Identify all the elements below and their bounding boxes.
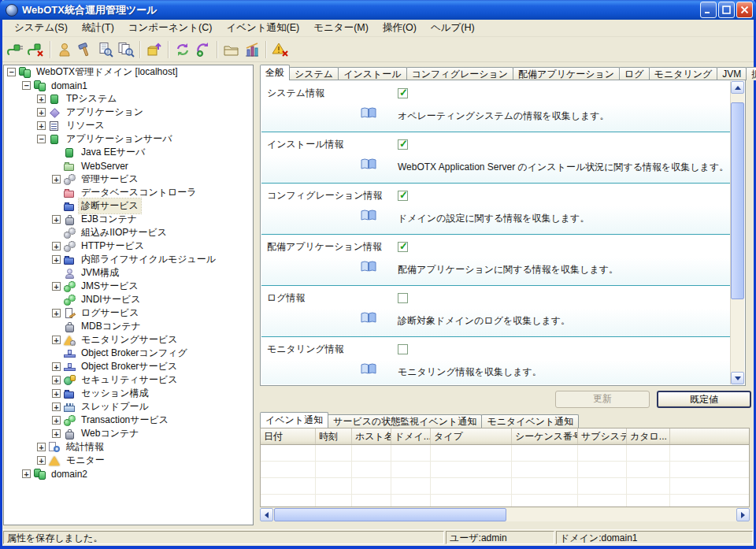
tree-item-transaction-service[interactable]: + Transactionサービス [4, 414, 253, 427]
tab-general[interactable]: 全般 [260, 65, 290, 80]
event-table-horizontal-scrollbar[interactable] [260, 508, 750, 521]
view-documents-button[interactable] [116, 39, 136, 60]
tab-install[interactable]: インストール [338, 67, 406, 80]
tree-item-statistics-info[interactable]: + 統計情報 [4, 440, 253, 454]
scroll-thumb[interactable] [274, 508, 506, 521]
tree-item-domain1[interactable]: − domain1 [4, 79, 253, 92]
table-row[interactable] [261, 495, 749, 507]
tree-toggle[interactable]: − [22, 81, 31, 90]
tree-item-jms-service[interactable]: + JMSサービス [4, 280, 253, 293]
maximize-button[interactable] [718, 2, 735, 18]
tree-toggle[interactable]: + [52, 362, 61, 371]
tree-item-domain2[interactable]: + domain2 [4, 467, 253, 480]
column-header-time[interactable]: 時刻 [316, 428, 352, 444]
tree-item-object-broker-config[interactable]: Object Brokerコンフィグ [4, 347, 253, 360]
tree-item-monitoring-service[interactable]: + モニタリングサービス [4, 333, 253, 347]
column-header-type[interactable]: タイプ [431, 428, 512, 444]
refresh-new-button[interactable] [193, 39, 213, 60]
scroll-thumb[interactable] [731, 102, 744, 299]
tree-item-jvm-config[interactable]: JVM構成 [4, 266, 253, 280]
column-header-subsystem[interactable]: サブシステ... [578, 428, 627, 444]
table-row[interactable] [261, 462, 749, 478]
clear-alert-button[interactable] [270, 39, 291, 60]
tree-toggle[interactable]: + [37, 108, 46, 117]
tree-item-resource[interactable]: + リソース [4, 119, 253, 132]
column-header-domain[interactable]: ドメイ... [391, 428, 431, 444]
close-button[interactable] [736, 2, 753, 18]
tree-item-session-config[interactable]: + セッション構成 [4, 387, 253, 400]
tree-item-diagnostic-service[interactable]: 診断サービス [4, 199, 253, 213]
scroll-down-button[interactable] [731, 372, 744, 384]
tab-configuration[interactable]: コンフィグレーション [406, 67, 514, 80]
tab-log[interactable]: ログ [619, 67, 650, 80]
connect-button[interactable] [6, 39, 26, 60]
tab-extension[interactable]: 拡張 [746, 67, 756, 80]
table-row[interactable] [261, 445, 749, 462]
tab-deployed-applications[interactable]: 配備アプリケーション [513, 67, 620, 80]
tree-item-object-broker-service[interactable]: + Object Brokerサービス [4, 360, 253, 373]
table-row[interactable] [261, 478, 749, 495]
deploy-package-button[interactable] [144, 39, 165, 60]
menu-item-component[interactable]: コンポーネント(C) [121, 20, 220, 36]
tree-toggle[interactable]: + [52, 429, 61, 438]
tree-toggle[interactable]: + [37, 456, 46, 465]
event-tab-monitor-event-notification[interactable]: モニタイベント通知 [481, 414, 579, 428]
system-info-checkbox[interactable] [398, 88, 408, 98]
scroll-right-button[interactable] [736, 508, 750, 521]
tree-toggle[interactable]: + [52, 282, 61, 291]
tab-monitoring[interactable]: モニタリング [649, 67, 718, 80]
tree-toggle[interactable]: + [37, 443, 46, 451]
build-button[interactable] [75, 39, 95, 60]
menu-item-event-notification[interactable]: イベント通知(E) [219, 20, 306, 36]
tree-item-javaee-server[interactable]: Java EEサーバ [4, 146, 253, 159]
install-info-checkbox[interactable] [398, 139, 408, 150]
tree-toggle[interactable]: + [52, 389, 61, 398]
tab-system[interactable]: システム [289, 67, 339, 80]
column-header-host[interactable]: ホスト名 [352, 428, 391, 444]
tree-toggle[interactable]: + [22, 469, 31, 478]
monitoring-info-checkbox[interactable] [398, 344, 408, 354]
menu-item-monitor[interactable]: モニター(M) [306, 20, 376, 36]
user-button[interactable] [54, 39, 75, 60]
tree-item-thread-pool[interactable]: + スレッドプール [4, 400, 253, 414]
statistics-chart-button[interactable] [242, 39, 262, 60]
tree-item-embedded-iiop-service[interactable]: 組込みIIOPサービス [4, 226, 253, 239]
tree-toggle[interactable]: + [52, 309, 61, 317]
column-header-sequence[interactable]: シーケンス番号 [512, 428, 578, 444]
tree-toggle[interactable]: + [52, 376, 61, 384]
open-folder-button[interactable] [221, 39, 242, 60]
event-tab-event-notification[interactable]: イベント通知 [260, 412, 328, 428]
tree-item-ejb-container[interactable]: + EJBコンテナ [4, 213, 253, 226]
tree-item-security-service[interactable]: + セキュリティサービス [4, 373, 253, 387]
tree-item-monitor[interactable]: + モニター [4, 454, 253, 467]
tree-toggle[interactable]: + [37, 121, 46, 130]
tree-item-webserver[interactable]: WebServer [4, 159, 253, 172]
column-header-date[interactable]: 日付 [261, 428, 316, 444]
tree-toggle[interactable]: + [52, 336, 61, 344]
tree-toggle[interactable]: + [52, 255, 61, 264]
menu-item-operation[interactable]: 操作(O) [376, 20, 424, 36]
tree-toggle[interactable]: + [52, 416, 61, 425]
tree-item-application-server[interactable]: − アプリケーションサーバ [4, 132, 253, 146]
tree-item-tp-system[interactable]: + TPシステム [4, 92, 253, 106]
scroll-up-button[interactable] [731, 81, 744, 94]
tree-item-webotx-domain-root[interactable]: − WebOTX管理ドメイン [localhost] [4, 65, 253, 79]
tree-item-internal-lifecycle-module[interactable]: + 内部ライフサイクルモジュール [4, 253, 253, 266]
tree-toggle[interactable]: + [52, 175, 61, 184]
tree-toggle[interactable]: + [52, 215, 61, 224]
menu-item-statistics[interactable]: 統計(T) [75, 20, 121, 36]
menu-item-system[interactable]: システム(S) [7, 20, 75, 36]
refresh-button[interactable] [172, 39, 193, 60]
default-values-button[interactable]: 既定値 [657, 391, 751, 408]
tree-toggle[interactable]: − [7, 68, 16, 76]
deployed-application-info-checkbox[interactable] [398, 242, 408, 252]
tree-item-application[interactable]: + アプリケーション [4, 106, 253, 119]
tree-item-mdb-container[interactable]: MDBコンテナ [4, 320, 253, 333]
disconnect-button[interactable] [26, 39, 46, 60]
configuration-info-checkbox[interactable] [398, 191, 408, 201]
event-tab-service-status-event-notification[interactable]: サービスの状態監視イベント通知 [328, 414, 482, 428]
tree-item-admin-service[interactable]: + 管理サービス [4, 172, 253, 186]
tree-item-log-service[interactable]: + ログサービス [4, 306, 253, 320]
view-document-button[interactable] [95, 39, 116, 60]
tree-item-web-container[interactable]: + Webコンテナ [4, 427, 253, 440]
